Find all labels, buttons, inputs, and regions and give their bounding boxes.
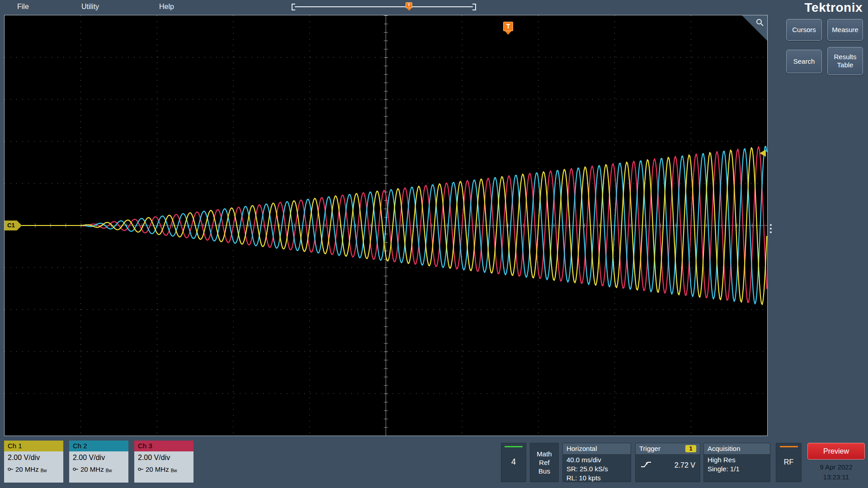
channel-3-bandwidth: 20 MHz — [146, 465, 169, 473]
trigger-panel[interactable]: Trigger 1 2.72 V — [635, 443, 700, 482]
acquisition-title: Acquisition — [708, 443, 741, 454]
horizontal-panel[interactable]: Horizontal 40.0 ms/div SR: 25.0 kS/s RL:… — [562, 443, 631, 482]
trigger-t-icon: T — [406, 2, 412, 8]
results-table-button[interactable]: Results Table — [827, 47, 863, 75]
channel-2-scale: 2.00 V/div — [73, 454, 125, 462]
horizontal-scale: 40.0 ms/div — [566, 455, 627, 465]
trigger-level-arrow[interactable] — [760, 150, 766, 157]
channel-2-bandwidth: 20 MHz — [80, 465, 104, 473]
channel-3-scale: 2.00 V/div — [138, 454, 190, 462]
horizontal-sample-rate: SR: 25.0 kS/s — [566, 465, 627, 474]
trigger-source-badge: 1 — [685, 445, 696, 452]
menu-bar: File Utility Help T Tektronix — [0, 0, 868, 15]
channel-3-badge[interactable]: Ch 3 2.00 V/div 20 MHz Bw — [134, 441, 193, 483]
channel-1-scale: 2.00 V/div — [8, 454, 60, 462]
record-trigger-position-marker[interactable]: T — [406, 2, 412, 11]
math-label: Math — [537, 450, 552, 458]
trigger-level: 2.72 V — [675, 461, 695, 469]
horizontal-position-indicator[interactable]: T — [292, 3, 476, 11]
oscilloscope-ui: File Utility Help T Tektronix T C1 — [0, 0, 868, 488]
channel-3-name: Ch 3 — [134, 441, 193, 451]
channel-1-settings: 2.00 V/div 20 MHz Bw — [4, 451, 63, 483]
probe-icon — [8, 465, 14, 473]
channel-1-name: Ch 1 — [4, 441, 63, 451]
waveform-display: T C1 — [4, 15, 768, 436]
acquisition-mode: High Res — [708, 455, 766, 465]
magnifier-icon — [756, 19, 764, 27]
bandwidth-limit-label: Bw — [106, 468, 112, 473]
channel-4-indicator — [505, 446, 523, 447]
channel-4-button[interactable]: 4 — [501, 443, 526, 482]
bandwidth-limit-label: Bw — [41, 468, 47, 473]
acquisition-sequence: Single: 1/1 — [708, 465, 766, 474]
screen-drag-handle[interactable] — [770, 224, 772, 233]
measure-button[interactable]: Measure — [827, 19, 863, 41]
channel-4-label: 4 — [501, 457, 526, 467]
rf-button[interactable]: RF — [776, 443, 802, 482]
channel-2-settings: 2.00 V/div 20 MHz Bw — [69, 451, 128, 483]
time-display: 13:23:11 — [807, 473, 865, 481]
search-button[interactable]: Search — [786, 50, 822, 73]
channel-3-settings: 2.00 V/div 20 MHz Bw — [134, 451, 193, 483]
graticule-and-waveforms — [5, 15, 767, 436]
probe-icon — [138, 465, 144, 473]
channel-1-badge[interactable]: Ch 1 2.00 V/div 20 MHz Bw — [4, 441, 63, 483]
date-display: 9 Apr 2022 — [807, 463, 865, 471]
trigger-t-icon: T — [503, 22, 513, 31]
trigger-position-flag[interactable]: T — [503, 22, 513, 35]
channel-2-name: Ch 2 — [69, 441, 128, 451]
ref-label: Ref — [539, 458, 549, 467]
horizontal-record-length: RL: 10 kpts — [566, 474, 627, 483]
bandwidth-limit-label: Bw — [171, 468, 177, 473]
status-bar: Ch 1 2.00 V/div 20 MHz Bw Ch 2 2.00 V/di… — [0, 440, 868, 488]
rf-indicator — [780, 446, 798, 447]
bus-label: Bus — [538, 467, 550, 475]
acquisition-panel[interactable]: Acquisition High Res Single: 1/1 — [703, 443, 770, 482]
cursors-button[interactable]: Cursors — [786, 19, 822, 41]
horizontal-title: Horizontal — [566, 443, 597, 454]
channel-2-badge[interactable]: Ch 2 2.00 V/div 20 MHz Bw — [69, 441, 128, 483]
record-end-bracket — [472, 4, 476, 10]
rising-edge-icon — [640, 460, 652, 470]
menu-help[interactable]: Help — [159, 3, 174, 11]
menu-file[interactable]: File — [17, 3, 29, 11]
record-line — [295, 6, 473, 7]
marker-arrow — [407, 8, 411, 11]
preview-button[interactable]: Preview — [807, 443, 865, 460]
trigger-title: Trigger — [639, 443, 660, 454]
menu-utility[interactable]: Utility — [81, 3, 99, 11]
flag-arrow — [505, 31, 511, 35]
tektronix-logo: Tektronix — [805, 0, 863, 15]
rf-label: RF — [776, 458, 801, 466]
probe-icon — [73, 465, 79, 473]
math-ref-bus-button[interactable]: Math Ref Bus — [530, 443, 559, 482]
channel-1-bandwidth: 20 MHz — [15, 465, 39, 473]
